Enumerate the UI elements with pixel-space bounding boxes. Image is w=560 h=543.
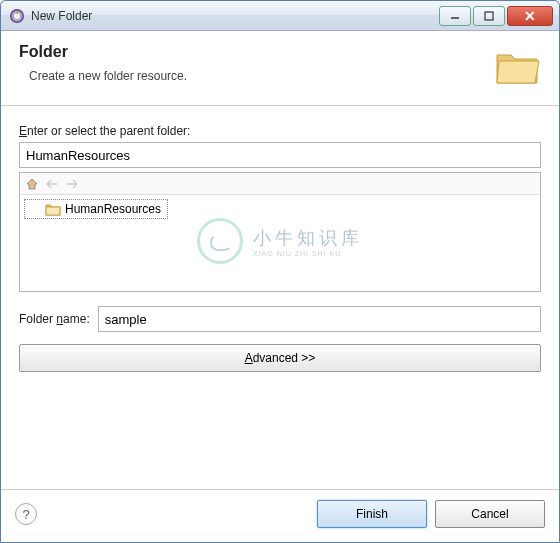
parent-folder-input[interactable] [19,142,541,168]
svg-rect-6 [46,207,60,215]
svg-rect-5 [485,12,493,20]
watermark: 小牛知识库 XIAO NIU ZHI SHI KU [197,218,363,264]
parent-folder-label: Enter or select the parent folder: [19,124,541,138]
maximize-button[interactable] [473,6,505,26]
home-icon[interactable] [24,176,40,192]
minimize-button[interactable] [439,6,471,26]
help-button[interactable]: ? [15,503,37,525]
folder-name-label: Folder name: [19,312,90,326]
cancel-button[interactable]: Cancel [435,500,545,528]
tree-item-label: HumanResources [65,202,161,216]
content-area: Enter or select the parent folder: Human… [1,106,559,489]
project-folder-icon [45,202,61,216]
window-controls: ✕ [439,6,553,26]
folder-name-row: Folder name: [19,306,541,332]
banner-title: Folder [19,43,483,61]
app-icon [9,8,25,24]
tree-toolbar [20,173,540,195]
advanced-button[interactable]: Advanced >> [19,344,541,372]
tree-item-humanresources[interactable]: HumanResources [24,199,168,219]
back-icon[interactable] [44,176,60,192]
banner: Folder Create a new folder resource. [1,31,559,106]
footer: ? Finish Cancel [1,489,559,542]
folder-tree[interactable]: HumanResources 小牛知识库 XIAO NIU ZHI SHI KU [19,172,541,292]
forward-icon[interactable] [64,176,80,192]
svg-rect-3 [16,12,18,14]
folder-icon [493,43,541,91]
banner-subtitle: Create a new folder resource. [19,69,483,83]
window-title: New Folder [31,9,439,23]
close-button[interactable]: ✕ [507,6,553,26]
folder-name-input[interactable] [98,306,541,332]
dialog-window: New Folder ✕ Folder Create a new folder … [0,0,560,543]
tree-body[interactable]: HumanResources 小牛知识库 XIAO NIU ZHI SHI KU [20,195,540,291]
title-bar[interactable]: New Folder ✕ [1,1,559,31]
finish-button[interactable]: Finish [317,500,427,528]
